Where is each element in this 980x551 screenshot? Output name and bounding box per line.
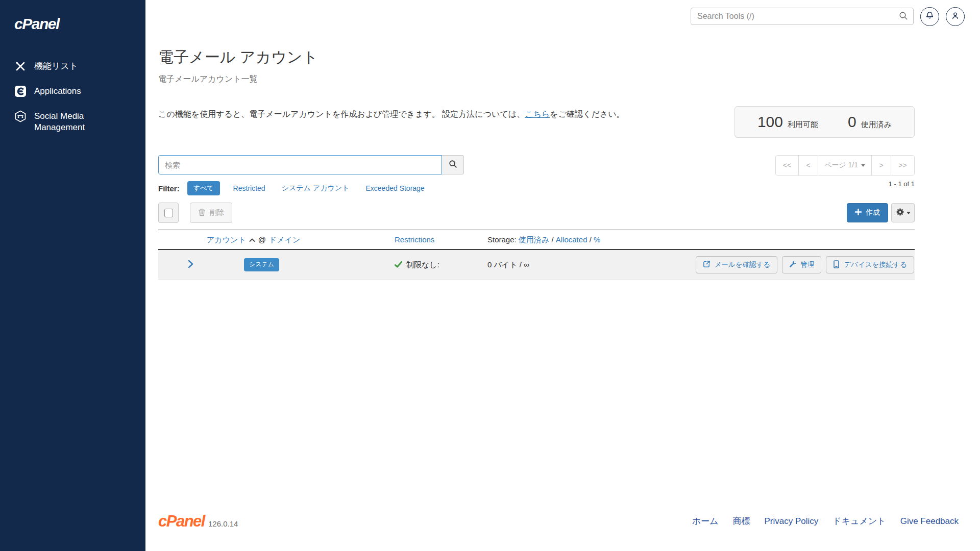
select-all-checkbox[interactable]: [158, 203, 179, 223]
trash-icon: [198, 208, 206, 218]
topbar: [145, 0, 980, 33]
gear-icon: [896, 208, 904, 218]
docs-link[interactable]: こちら: [525, 110, 550, 118]
notifications-button[interactable]: [920, 7, 939, 26]
search-icon[interactable]: [898, 11, 908, 22]
sidebar-item-label: 機能リスト: [34, 61, 78, 72]
pagination-prev-button[interactable]: <: [799, 156, 818, 175]
footer-links: ホーム 商標 Privacy Policy ドキュメント Give Feedba…: [692, 515, 959, 527]
footer-link-trademark[interactable]: 商標: [732, 515, 750, 527]
pagination: << < ページ 1/1 > >>: [775, 155, 915, 176]
filter-system-account[interactable]: システム アカウント: [282, 184, 350, 193]
page-title: 電子メール アカウント: [158, 47, 915, 68]
filter-restricted[interactable]: Restricted: [233, 184, 265, 192]
pagination-page-button[interactable]: ページ 1/1: [818, 156, 872, 175]
storage-value: 0 バイト / ∞: [487, 250, 529, 280]
check-icon: [395, 261, 402, 269]
filter-label: Filter:: [158, 184, 180, 193]
sort-domain-link[interactable]: ドメイン: [269, 230, 300, 249]
pagination-first-button[interactable]: <<: [776, 156, 799, 175]
delete-button[interactable]: 削除: [190, 203, 232, 223]
bell-icon: [925, 11, 935, 22]
filter-exceeded-storage[interactable]: Exceeded Storage: [365, 184, 424, 192]
chevron-down-icon: [906, 212, 911, 214]
search-icon: [448, 159, 457, 170]
sidebar-item-label: Social Media Management: [34, 111, 111, 133]
accounts-table: アカウント @ ドメイン Restrictions Storage: 使用済み …: [158, 230, 915, 280]
tools-search-box: [691, 8, 914, 25]
stat-used: 0 使用済み: [848, 113, 892, 131]
account-search-input[interactable]: [158, 155, 442, 174]
filter-all[interactable]: すべて: [187, 181, 220, 195]
page-subtitle: 電子メールアカウント一覧: [158, 74, 915, 85]
sort-storage-percent-link[interactable]: %: [594, 235, 600, 244]
footer: cPanel 126.0.14 ホーム 商標 Privacy Policy ドキ…: [158, 514, 959, 529]
plus-icon: [855, 209, 862, 217]
sort-account-link[interactable]: アカウント: [207, 230, 246, 249]
restrictions-value: 制限なし:: [406, 260, 439, 270]
sort-storage-allocated-link[interactable]: Allocated: [556, 235, 587, 244]
social-media-icon: [14, 110, 27, 122]
pagination-next-button[interactable]: >: [872, 156, 891, 175]
tools-icon: [14, 60, 27, 72]
sidebar-nav: 機能リスト Applications Social M: [0, 54, 145, 140]
sidebar: cPanel 機能リスト Applications: [0, 0, 145, 551]
connect-devices-button[interactable]: デバイスを接続する: [826, 256, 914, 273]
cpanel-footer-logo: cPanel: [158, 514, 205, 529]
external-link-icon: [703, 260, 710, 269]
footer-link-home[interactable]: ホーム: [692, 515, 719, 527]
user-icon: [950, 11, 960, 22]
user-menu-button[interactable]: [946, 7, 965, 26]
account-search-button[interactable]: [442, 155, 464, 174]
check-email-button[interactable]: メールを確認する: [696, 256, 778, 273]
footer-brand[interactable]: cPanel 126.0.14: [158, 514, 238, 529]
chevron-up-icon: [249, 230, 255, 249]
create-button[interactable]: 作成: [847, 203, 888, 222]
cpanel-logo[interactable]: cPanel: [14, 15, 59, 33]
table-header: アカウント @ ドメイン Restrictions Storage: 使用済み …: [158, 230, 915, 250]
footer-link-give-feedback[interactable]: Give Feedback: [900, 516, 959, 527]
quota-stats-box: 100 利用可能 0 使用済み: [734, 106, 915, 138]
settings-dropdown-button[interactable]: [891, 203, 915, 222]
sidebar-item-applications[interactable]: Applications: [0, 79, 145, 104]
version-text: 126.0.14: [208, 519, 238, 529]
chevron-down-icon: [861, 164, 865, 167]
wrench-icon: [789, 261, 796, 269]
sidebar-item-feature-list[interactable]: 機能リスト: [0, 54, 145, 79]
footer-link-privacy-policy[interactable]: Privacy Policy: [764, 516, 818, 527]
pagination-last-button[interactable]: >>: [891, 156, 914, 175]
main-content: 電子メール アカウント 電子メールアカウント一覧 この機能を使用すると、電子メー…: [145, 33, 980, 280]
tools-search-input[interactable]: [697, 12, 898, 21]
manage-button[interactable]: 管理: [782, 256, 821, 273]
checkbox-icon: [164, 209, 173, 217]
page-description: この機能を使用すると、電子メールアカウントを作成および管理できます。 設定方法に…: [158, 106, 625, 120]
system-badge: システム: [244, 258, 279, 271]
sidebar-item-label: Applications: [34, 86, 81, 97]
footer-link-documentation[interactable]: ドキュメント: [832, 515, 886, 527]
mobile-icon: [833, 260, 840, 270]
stat-available: 100 利用可能: [757, 113, 818, 131]
table-row: システム 制限なし: 0 バイト / ∞: [158, 250, 915, 280]
pagination-count: 1 - 1 of 1: [775, 180, 915, 188]
row-expand-button[interactable]: [188, 250, 193, 280]
sidebar-item-social-media[interactable]: Social Media Management: [0, 104, 145, 140]
applications-icon: [14, 85, 27, 97]
sort-storage-used-link[interactable]: 使用済み: [519, 235, 549, 244]
sort-restrictions-link[interactable]: Restrictions: [395, 235, 434, 244]
chevron-right-icon: [188, 260, 193, 270]
